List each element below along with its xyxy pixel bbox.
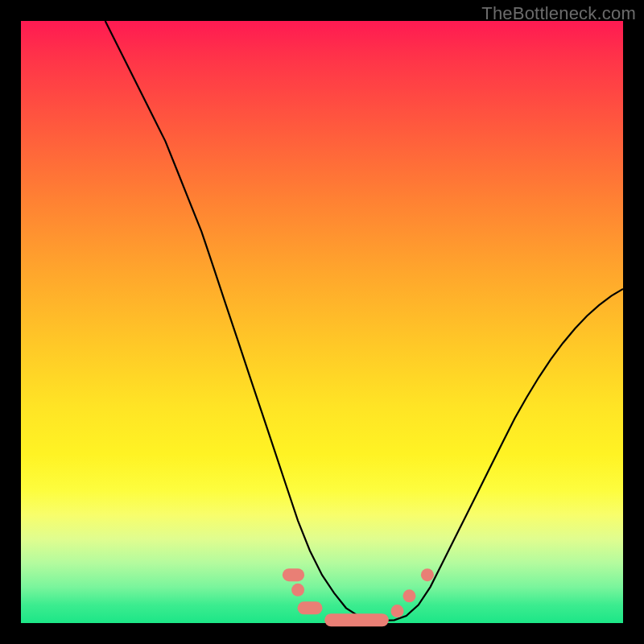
chart-marker bbox=[421, 568, 434, 581]
chart-plot-area bbox=[21, 21, 623, 623]
chart-svg bbox=[21, 21, 623, 623]
chart-marker bbox=[324, 613, 389, 626]
chart-markers bbox=[283, 568, 434, 626]
chart-marker bbox=[283, 568, 304, 581]
chart-marker bbox=[402, 589, 415, 602]
chart-marker bbox=[298, 601, 323, 614]
chart-frame: TheBottleneck.com bbox=[0, 0, 644, 644]
chart-curve bbox=[105, 21, 623, 621]
watermark-text: TheBottleneck.com bbox=[481, 3, 636, 24]
chart-marker bbox=[291, 584, 304, 597]
chart-marker bbox=[391, 605, 404, 617]
